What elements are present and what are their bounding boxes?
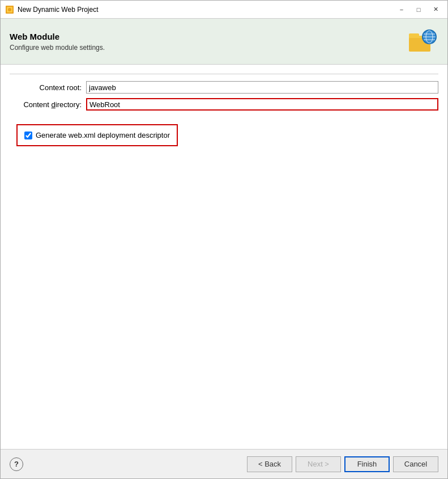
header-title: Web Module (10, 32, 407, 41)
main-window: New Dynamic Web Project − □ ✕ Web Module… (0, 0, 448, 479)
checkbox-label: Generate web.xml deployment descriptor (36, 131, 170, 139)
svg-rect-4 (409, 33, 419, 37)
generate-webxml-checkbox[interactable] (24, 132, 32, 139)
footer-left: ? (10, 457, 23, 471)
help-button[interactable]: ? (10, 457, 23, 471)
folder-globe-icon (408, 27, 437, 56)
separator (10, 74, 438, 74)
context-root-row: Context root: (10, 81, 438, 94)
next-button[interactable]: Next > (296, 456, 341, 472)
header-icon (407, 26, 438, 57)
header-text: Web Module Configure web module settings… (10, 32, 407, 52)
window-title: New Dynamic Web Project (18, 6, 394, 14)
close-button[interactable]: ✕ (428, 4, 443, 15)
content-directory-row: Content directory: (10, 98, 438, 111)
svg-point-2 (8, 8, 11, 11)
footer-right: < Back Next > Finish Cancel (247, 456, 438, 472)
content-directory-label: Content directory: (10, 100, 86, 109)
context-root-label: Context root: (10, 83, 86, 92)
window-controls: − □ ✕ (394, 4, 443, 15)
window-icon (5, 5, 14, 14)
header-subtitle: Configure web module settings. (10, 44, 407, 52)
checkbox-section: Generate web.xml deployment descriptor (16, 124, 178, 146)
content-area: Context root: Content directory: Generat… (1, 65, 447, 449)
context-root-input[interactable] (86, 81, 438, 94)
back-button[interactable]: < Back (247, 456, 292, 472)
footer: ? < Back Next > Finish Cancel (1, 449, 447, 478)
maximize-button[interactable]: □ (411, 4, 426, 15)
title-bar: New Dynamic Web Project − □ ✕ (1, 1, 447, 19)
header-section: Web Module Configure web module settings… (1, 19, 447, 65)
minimize-button[interactable]: − (394, 4, 409, 15)
finish-button[interactable]: Finish (344, 456, 390, 472)
cancel-button[interactable]: Cancel (393, 456, 438, 472)
content-directory-input[interactable] (86, 98, 438, 111)
